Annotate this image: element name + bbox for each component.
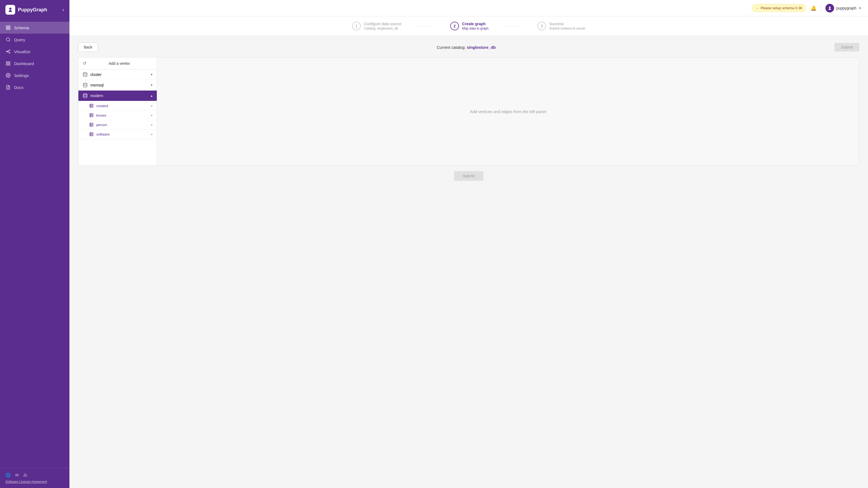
sidebar-item-label: Docs: [14, 85, 23, 90]
catalog-name: singlestore_db: [467, 45, 496, 50]
schema-warning: ··· Please setup schema 0.38: [752, 4, 806, 12]
step-2: 2 Create graph Map data to graph: [450, 22, 489, 30]
topbar: ··· Please setup schema 0.38 🔔 puppygrap…: [69, 0, 868, 16]
query-icon: [5, 37, 11, 42]
step-2-circle: 2: [450, 22, 459, 30]
svg-point-5: [6, 38, 9, 41]
visualize-icon: [5, 49, 11, 54]
table-icon: [89, 113, 94, 118]
submit-button-bottom[interactable]: Submit: [454, 171, 484, 181]
sidebar-nav: Schema Query Visualize Dashboard Setting…: [0, 20, 69, 468]
notification-bell-icon[interactable]: 🔔: [810, 5, 816, 11]
back-button[interactable]: Back: [78, 42, 98, 52]
logo[interactable]: PuppyGraph ‹: [0, 0, 69, 20]
bottom-action: Submit: [78, 171, 859, 181]
sidebar-bottom: 🌐 ✉ ⁂ Software License Agreement: [0, 468, 69, 488]
tree-item-cluster-left: cluster: [83, 72, 101, 77]
sub-item-person[interactable]: person »: [79, 120, 157, 130]
step-connector-1: [418, 26, 434, 26]
svg-point-17: [83, 73, 87, 74]
catalog-label: Current catalog:: [437, 45, 466, 50]
main-area: ··· Please setup schema 0.38 🔔 puppygrap…: [69, 0, 868, 488]
step-1-text: Configure data source Catalog: singlesto…: [364, 22, 401, 30]
step-3-text: Success Submit schema to server: [549, 22, 585, 30]
tree-item-modern-left: modern: [83, 93, 103, 98]
svg-rect-11: [6, 64, 8, 65]
step-3-subtitle: Submit schema to server: [549, 27, 585, 30]
logo-icon: [5, 5, 15, 14]
tree-item-cluster-name: cluster: [90, 72, 101, 77]
svg-rect-20: [90, 104, 93, 107]
database-icon: [83, 83, 88, 88]
schema-icon: [5, 25, 11, 30]
submit-button-top[interactable]: Submit: [834, 43, 859, 52]
add-vertex-label: Add a vertex: [109, 61, 130, 66]
right-panel: Add vertices and edges from the left pan…: [157, 58, 859, 165]
username: puppygraph: [836, 6, 856, 10]
step-1-circle: 1: [352, 22, 361, 30]
double-chevron-right-icon: »: [151, 123, 152, 126]
double-chevron-right-icon: »: [151, 113, 152, 117]
undo-icon[interactable]: ↺: [83, 61, 86, 66]
user-menu[interactable]: puppygraph ▼: [826, 4, 862, 12]
sidebar-item-settings[interactable]: Settings: [0, 69, 69, 82]
warning-dots-icon: ···: [756, 6, 759, 10]
bottom-icons: 🌐 ✉ ⁂: [5, 473, 64, 478]
svg-rect-3: [6, 28, 8, 30]
stepper: 1 Configure data source Catalog: singles…: [69, 16, 868, 36]
svg-point-18: [83, 83, 87, 85]
step-3-circle: 3: [537, 22, 546, 30]
user-avatar: [826, 4, 834, 12]
chevron-down-icon: ▾: [151, 73, 152, 76]
license-link[interactable]: Software License Agreement: [5, 480, 64, 484]
sub-item-created-name: created: [96, 104, 108, 108]
sub-item-software-left: software: [89, 132, 110, 136]
sub-item-person-name: person: [96, 123, 107, 127]
dashboard-icon: [5, 61, 11, 66]
content-area: 1 Configure data source Catalog: singles…: [69, 16, 868, 488]
sub-item-knows[interactable]: knows »: [79, 110, 157, 120]
topbar-divider: [821, 4, 821, 12]
warning-text: Please setup schema 0.38: [761, 6, 802, 10]
step-3-title: Success: [549, 22, 585, 26]
tree-item-modern[interactable]: modern ▴: [79, 91, 157, 101]
svg-point-7: [9, 50, 10, 51]
globe-icon[interactable]: 🌐: [5, 473, 11, 478]
sidebar-item-docs[interactable]: Docs: [0, 82, 69, 93]
catalog-info: Current catalog: singlestore_db: [437, 45, 496, 50]
sidebar-collapse-icon[interactable]: ‹: [62, 7, 64, 13]
svg-rect-9: [6, 62, 8, 63]
sidebar-item-visualize[interactable]: Visualize: [0, 45, 69, 58]
sidebar-item-label: Settings: [14, 73, 29, 78]
step-2-title: Create graph: [462, 22, 489, 26]
step-1-subtitle: Catalog: singlestore_db: [364, 27, 401, 30]
docs-icon: [5, 85, 11, 90]
main-panel: ↺ Add a vertex cluster ▾: [78, 57, 859, 166]
sidebar-item-label: Schema: [14, 26, 29, 30]
double-chevron-right-icon: »: [151, 104, 152, 107]
sub-item-software[interactable]: software »: [79, 130, 157, 139]
sidebar-item-query[interactable]: Query: [0, 34, 69, 45]
left-panel-header: ↺ Add a vertex: [79, 58, 157, 69]
tree-item-cluster[interactable]: cluster ▾: [79, 69, 157, 80]
sub-item-knows-name: knows: [96, 113, 106, 118]
svg-rect-2: [9, 26, 10, 27]
sidebar-item-schema[interactable]: Schema: [0, 22, 69, 34]
mail-icon[interactable]: ✉: [15, 473, 19, 478]
integration-icon[interactable]: ⁂: [23, 473, 27, 478]
page-body: Back Current catalog: singlestore_db Sub…: [69, 36, 868, 187]
tree-item-memsql-name: memsql: [90, 83, 104, 87]
sidebar-item-dashboard[interactable]: Dashboard: [0, 58, 69, 69]
sub-item-software-name: software: [96, 132, 110, 136]
sidebar-item-label: Dashboard: [14, 61, 34, 66]
step-1-title: Configure data source: [364, 22, 401, 26]
user-chevron-down-icon: ▼: [859, 6, 862, 10]
svg-point-6: [6, 51, 7, 52]
step-1: 1 Configure data source Catalog: singles…: [352, 22, 401, 30]
svg-point-19: [83, 94, 87, 95]
empty-hint: Add vertices and edges from the left pan…: [470, 109, 546, 114]
sidebar: PuppyGraph ‹ Schema Query Visualize Da: [0, 0, 69, 488]
sub-item-created[interactable]: created »: [79, 101, 157, 110]
tree-item-memsql[interactable]: memsql ▾: [79, 80, 157, 91]
svg-rect-23: [90, 133, 93, 136]
